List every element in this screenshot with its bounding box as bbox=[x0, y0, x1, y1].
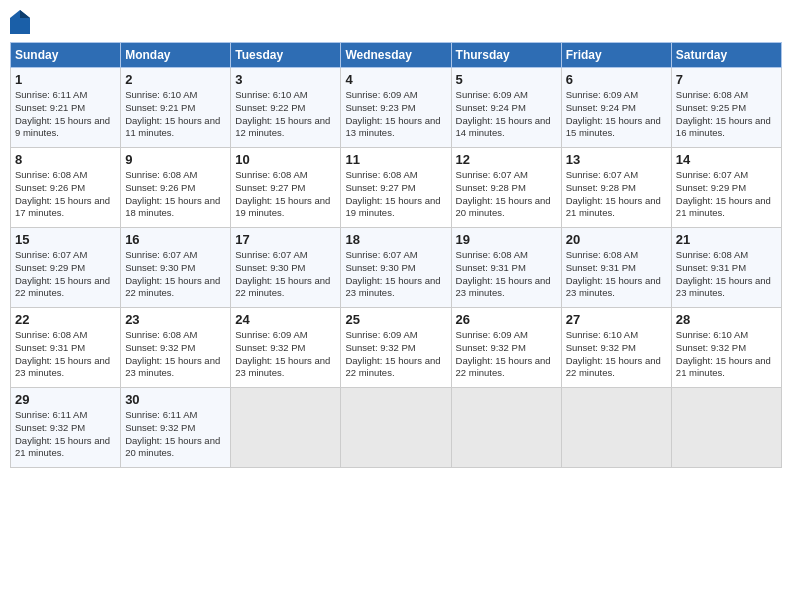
day-cell: 5Sunrise: 6:09 AMSunset: 9:24 PMDaylight… bbox=[451, 68, 561, 148]
day-number: 4 bbox=[345, 72, 446, 87]
page-header bbox=[10, 10, 782, 34]
day-cell bbox=[341, 388, 451, 468]
day-number: 26 bbox=[456, 312, 557, 327]
day-number: 13 bbox=[566, 152, 667, 167]
day-info: Sunrise: 6:11 AMSunset: 9:32 PMDaylight:… bbox=[15, 409, 116, 460]
day-cell: 15Sunrise: 6:07 AMSunset: 9:29 PMDayligh… bbox=[11, 228, 121, 308]
day-cell bbox=[451, 388, 561, 468]
day-cell: 18Sunrise: 6:07 AMSunset: 9:30 PMDayligh… bbox=[341, 228, 451, 308]
day-info: Sunrise: 6:07 AMSunset: 9:29 PMDaylight:… bbox=[676, 169, 777, 220]
day-info: Sunrise: 6:08 AMSunset: 9:31 PMDaylight:… bbox=[456, 249, 557, 300]
day-info: Sunrise: 6:08 AMSunset: 9:26 PMDaylight:… bbox=[15, 169, 116, 220]
day-cell: 8Sunrise: 6:08 AMSunset: 9:26 PMDaylight… bbox=[11, 148, 121, 228]
day-cell: 12Sunrise: 6:07 AMSunset: 9:28 PMDayligh… bbox=[451, 148, 561, 228]
day-number: 21 bbox=[676, 232, 777, 247]
day-number: 30 bbox=[125, 392, 226, 407]
day-number: 2 bbox=[125, 72, 226, 87]
day-number: 10 bbox=[235, 152, 336, 167]
day-info: Sunrise: 6:07 AMSunset: 9:28 PMDaylight:… bbox=[456, 169, 557, 220]
day-cell: 23Sunrise: 6:08 AMSunset: 9:32 PMDayligh… bbox=[121, 308, 231, 388]
day-info: Sunrise: 6:07 AMSunset: 9:28 PMDaylight:… bbox=[566, 169, 667, 220]
day-cell: 4Sunrise: 6:09 AMSunset: 9:23 PMDaylight… bbox=[341, 68, 451, 148]
day-info: Sunrise: 6:10 AMSunset: 9:32 PMDaylight:… bbox=[676, 329, 777, 380]
day-info: Sunrise: 6:10 AMSunset: 9:32 PMDaylight:… bbox=[566, 329, 667, 380]
week-row-5: 29Sunrise: 6:11 AMSunset: 9:32 PMDayligh… bbox=[11, 388, 782, 468]
day-number: 6 bbox=[566, 72, 667, 87]
day-cell: 27Sunrise: 6:10 AMSunset: 9:32 PMDayligh… bbox=[561, 308, 671, 388]
week-row-2: 8Sunrise: 6:08 AMSunset: 9:26 PMDaylight… bbox=[11, 148, 782, 228]
calendar-table: SundayMondayTuesdayWednesdayThursdayFrid… bbox=[10, 42, 782, 468]
day-cell bbox=[561, 388, 671, 468]
day-header-tuesday: Tuesday bbox=[231, 43, 341, 68]
day-header-wednesday: Wednesday bbox=[341, 43, 451, 68]
day-number: 5 bbox=[456, 72, 557, 87]
logo-icon bbox=[10, 10, 30, 34]
day-header-row: SundayMondayTuesdayWednesdayThursdayFrid… bbox=[11, 43, 782, 68]
day-header-sunday: Sunday bbox=[11, 43, 121, 68]
week-row-1: 1Sunrise: 6:11 AMSunset: 9:21 PMDaylight… bbox=[11, 68, 782, 148]
day-cell: 22Sunrise: 6:08 AMSunset: 9:31 PMDayligh… bbox=[11, 308, 121, 388]
day-number: 8 bbox=[15, 152, 116, 167]
day-info: Sunrise: 6:07 AMSunset: 9:30 PMDaylight:… bbox=[235, 249, 336, 300]
day-cell: 21Sunrise: 6:08 AMSunset: 9:31 PMDayligh… bbox=[671, 228, 781, 308]
day-info: Sunrise: 6:07 AMSunset: 9:30 PMDaylight:… bbox=[345, 249, 446, 300]
day-info: Sunrise: 6:11 AMSunset: 9:32 PMDaylight:… bbox=[125, 409, 226, 460]
day-cell: 26Sunrise: 6:09 AMSunset: 9:32 PMDayligh… bbox=[451, 308, 561, 388]
day-cell: 29Sunrise: 6:11 AMSunset: 9:32 PMDayligh… bbox=[11, 388, 121, 468]
day-number: 23 bbox=[125, 312, 226, 327]
logo bbox=[10, 10, 34, 34]
day-info: Sunrise: 6:07 AMSunset: 9:30 PMDaylight:… bbox=[125, 249, 226, 300]
day-number: 12 bbox=[456, 152, 557, 167]
day-cell: 14Sunrise: 6:07 AMSunset: 9:29 PMDayligh… bbox=[671, 148, 781, 228]
day-info: Sunrise: 6:09 AMSunset: 9:32 PMDaylight:… bbox=[235, 329, 336, 380]
day-number: 18 bbox=[345, 232, 446, 247]
day-info: Sunrise: 6:08 AMSunset: 9:25 PMDaylight:… bbox=[676, 89, 777, 140]
day-number: 1 bbox=[15, 72, 116, 87]
day-cell: 2Sunrise: 6:10 AMSunset: 9:21 PMDaylight… bbox=[121, 68, 231, 148]
day-cell bbox=[671, 388, 781, 468]
day-header-friday: Friday bbox=[561, 43, 671, 68]
day-cell: 28Sunrise: 6:10 AMSunset: 9:32 PMDayligh… bbox=[671, 308, 781, 388]
day-info: Sunrise: 6:09 AMSunset: 9:32 PMDaylight:… bbox=[456, 329, 557, 380]
day-number: 11 bbox=[345, 152, 446, 167]
day-info: Sunrise: 6:09 AMSunset: 9:24 PMDaylight:… bbox=[566, 89, 667, 140]
day-number: 19 bbox=[456, 232, 557, 247]
day-cell: 25Sunrise: 6:09 AMSunset: 9:32 PMDayligh… bbox=[341, 308, 451, 388]
day-number: 27 bbox=[566, 312, 667, 327]
day-cell: 11Sunrise: 6:08 AMSunset: 9:27 PMDayligh… bbox=[341, 148, 451, 228]
day-cell bbox=[231, 388, 341, 468]
day-info: Sunrise: 6:08 AMSunset: 9:27 PMDaylight:… bbox=[235, 169, 336, 220]
day-cell: 24Sunrise: 6:09 AMSunset: 9:32 PMDayligh… bbox=[231, 308, 341, 388]
day-number: 24 bbox=[235, 312, 336, 327]
day-cell: 17Sunrise: 6:07 AMSunset: 9:30 PMDayligh… bbox=[231, 228, 341, 308]
day-number: 20 bbox=[566, 232, 667, 247]
day-number: 16 bbox=[125, 232, 226, 247]
day-cell: 3Sunrise: 6:10 AMSunset: 9:22 PMDaylight… bbox=[231, 68, 341, 148]
day-cell: 30Sunrise: 6:11 AMSunset: 9:32 PMDayligh… bbox=[121, 388, 231, 468]
day-info: Sunrise: 6:08 AMSunset: 9:27 PMDaylight:… bbox=[345, 169, 446, 220]
day-number: 9 bbox=[125, 152, 226, 167]
day-number: 28 bbox=[676, 312, 777, 327]
day-cell: 9Sunrise: 6:08 AMSunset: 9:26 PMDaylight… bbox=[121, 148, 231, 228]
day-cell: 10Sunrise: 6:08 AMSunset: 9:27 PMDayligh… bbox=[231, 148, 341, 228]
day-info: Sunrise: 6:08 AMSunset: 9:31 PMDaylight:… bbox=[566, 249, 667, 300]
day-header-thursday: Thursday bbox=[451, 43, 561, 68]
day-info: Sunrise: 6:09 AMSunset: 9:24 PMDaylight:… bbox=[456, 89, 557, 140]
day-number: 15 bbox=[15, 232, 116, 247]
day-info: Sunrise: 6:07 AMSunset: 9:29 PMDaylight:… bbox=[15, 249, 116, 300]
day-number: 25 bbox=[345, 312, 446, 327]
day-info: Sunrise: 6:08 AMSunset: 9:31 PMDaylight:… bbox=[676, 249, 777, 300]
day-number: 3 bbox=[235, 72, 336, 87]
day-number: 22 bbox=[15, 312, 116, 327]
day-number: 7 bbox=[676, 72, 777, 87]
day-header-monday: Monday bbox=[121, 43, 231, 68]
day-info: Sunrise: 6:10 AMSunset: 9:21 PMDaylight:… bbox=[125, 89, 226, 140]
day-info: Sunrise: 6:10 AMSunset: 9:22 PMDaylight:… bbox=[235, 89, 336, 140]
day-header-saturday: Saturday bbox=[671, 43, 781, 68]
day-info: Sunrise: 6:08 AMSunset: 9:31 PMDaylight:… bbox=[15, 329, 116, 380]
day-info: Sunrise: 6:08 AMSunset: 9:32 PMDaylight:… bbox=[125, 329, 226, 380]
day-info: Sunrise: 6:09 AMSunset: 9:23 PMDaylight:… bbox=[345, 89, 446, 140]
day-cell: 1Sunrise: 6:11 AMSunset: 9:21 PMDaylight… bbox=[11, 68, 121, 148]
day-number: 14 bbox=[676, 152, 777, 167]
day-cell: 20Sunrise: 6:08 AMSunset: 9:31 PMDayligh… bbox=[561, 228, 671, 308]
